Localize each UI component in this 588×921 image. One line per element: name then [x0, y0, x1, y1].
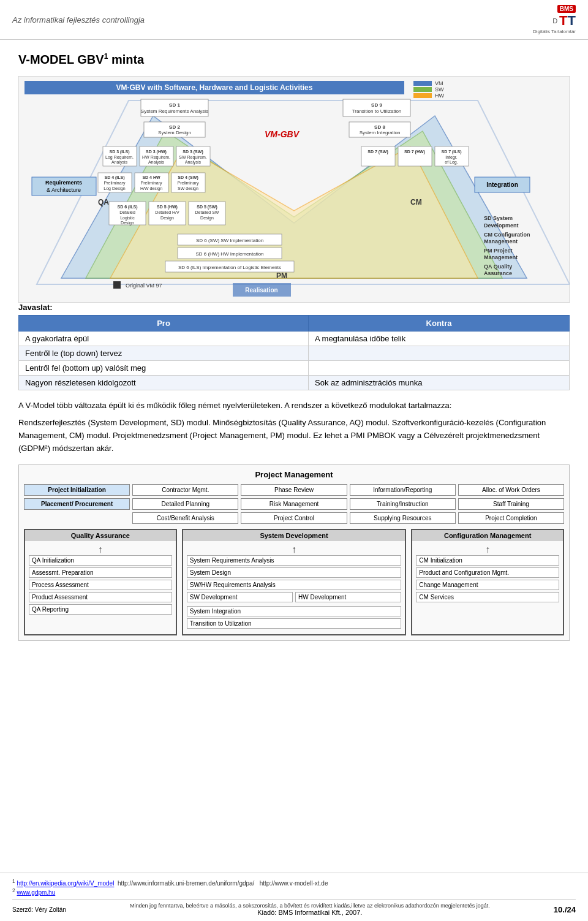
table-row: Lentről fel (bottom up) valósít meg — [19, 360, 570, 375]
pm-cell-init: Project Initialization — [24, 484, 130, 496]
sd-item-2: System Design — [187, 567, 402, 578]
pm-diagram: Project Management Project Initializatio… — [18, 464, 570, 641]
footnote-1-link[interactable]: http://en.wikipedia.org/wiki/V_model — [17, 881, 114, 887]
table-row: A gyakorlatra épül A megtanulása időbe t… — [19, 331, 570, 346]
pm-top-row: Project Initialization Contractor Mgmt. … — [24, 484, 564, 496]
pm-cell-contractor: Contractor Mgmt. — [132, 484, 238, 496]
svg-text:SD 4 (ILS): SD 4 (ILS) — [104, 175, 124, 180]
pm-cell-info: Information/Reporting — [350, 484, 456, 496]
qa-box: Quality Assurance ↑ QA Initialization As… — [24, 529, 177, 635]
svg-text:Detailed: Detailed — [119, 210, 135, 214]
sd-item-1: System Requirements Analysis — [187, 555, 402, 566]
svg-text:Management: Management — [484, 254, 518, 260]
cm-item-2: Product and Configuration Mgmt. — [416, 567, 559, 578]
vmgbv-diagram: VM-GBV with Software, Hardware and Logis… — [18, 76, 570, 303]
svg-text:of Log.: of Log. — [445, 160, 458, 165]
svg-text:Preliminary: Preliminary — [140, 181, 162, 186]
page-title: V-MODEL GBV1 minta — [18, 52, 570, 67]
footer-publisher: Kiadó: BMS Informatikai Kft., 2007. — [72, 909, 548, 916]
svg-text:H/W design: H/W design — [140, 186, 162, 191]
svg-text:Realisation: Realisation — [245, 287, 277, 294]
pm-mid-row: Placement/ Procurement Detailed Planning… — [24, 498, 564, 510]
sd-item-3: SW/HW Requirements Analysis — [187, 580, 402, 590]
logo-bms: BMS — [557, 5, 576, 13]
svg-text:System Design: System Design — [158, 130, 191, 135]
svg-text:SD 6 (ILS): SD 6 (ILS) — [117, 205, 137, 210]
body-text-2: Rendszerfejlesztés (System Development, … — [18, 417, 570, 455]
pm-cell-training: Training/Instruction — [350, 498, 456, 510]
pm-cell-cost: Cost/Benefit Analysis — [132, 512, 238, 524]
footer-center-note: Minden jog fenntartva, beleértve a másol… — [72, 903, 548, 909]
pm-diagram-title: Project Management — [24, 470, 564, 479]
svg-text:SD 6 (SW) SW Implementation: SD 6 (SW) SW Implementation — [196, 238, 263, 243]
svg-text:Analysis: Analysis — [185, 160, 202, 165]
footer-page: 10./24 — [554, 905, 576, 914]
kontra-header: Kontra — [308, 315, 569, 331]
svg-text:Preliminary: Preliminary — [104, 181, 126, 186]
svg-text:QA: QA — [98, 198, 109, 207]
svg-text:Detailed SW: Detailed SW — [195, 210, 219, 214]
qa-item-3: Process Assessment — [29, 580, 172, 590]
svg-text:SD 2: SD 2 — [169, 124, 180, 130]
cm-box: Configuration Management ↑ CM Initializa… — [411, 529, 564, 635]
pro-cell: Fentről le (top down) tervez — [19, 346, 309, 360]
svg-text:VM-GBV: VM-GBV — [265, 129, 300, 139]
logo-area: BMS D TT Digitális Tartalomtár — [533, 5, 576, 34]
svg-text:SD 6 (HW) HW Implementation: SD 6 (HW) HW Implementation — [195, 251, 263, 257]
svg-text:System Integration: System Integration — [360, 130, 401, 135]
svg-text:Log Requirem.: Log Requirem. — [105, 155, 134, 160]
pm-bot-row: Cost/Benefit Analysis Project Control Su… — [24, 512, 564, 524]
kontra-cell: A megtanulása időbe telik — [308, 331, 569, 346]
cm-item-3: Change Management — [416, 580, 559, 590]
sd-hw-dev: HW Development — [295, 592, 401, 602]
svg-text:Transition to Utilization: Transition to Utilization — [352, 108, 402, 114]
svg-text:SD 6 (ILS) Implementation of L: SD 6 (ILS) Implementation of Logistic El… — [178, 265, 281, 270]
svg-text:Requirements: Requirements — [45, 180, 82, 186]
svg-text:Management: Management — [484, 238, 518, 244]
svg-text:Analysis: Analysis — [148, 160, 165, 165]
pro-cell: Lentről fel (bottom up) valósít meg — [19, 360, 309, 375]
cm-item-1: CM Initialization — [416, 555, 559, 566]
svg-text:Integr.: Integr. — [445, 155, 458, 160]
svg-text:Development: Development — [484, 222, 519, 229]
javaslat-section: Javaslat: Pro Kontra A gyakorlatra épül … — [18, 303, 570, 390]
svg-rect-3 — [413, 81, 432, 86]
qa-item-2: Assessmt. Preparation — [29, 567, 172, 578]
footnote-2-link[interactable]: www.gdpm.hu — [17, 889, 55, 896]
qa-item-4: Product Assessment — [29, 592, 172, 602]
pm-label-placement: Placement/ Procurement — [24, 498, 130, 510]
svg-rect-7 — [413, 93, 432, 98]
logo-dtt: TT — [559, 13, 576, 29]
svg-rect-95 — [113, 281, 121, 289]
svg-text:SD 9: SD 9 — [371, 102, 382, 108]
svg-text:SD 4 (SW): SD 4 (SW) — [178, 175, 198, 180]
arrow-down-3: ↑ — [416, 544, 559, 555]
header-title: Az informatikai fejlesztés controllingja — [12, 15, 145, 25]
sd-title: System Development — [183, 530, 405, 541]
svg-text:SD 3 (SW): SD 3 (SW) — [183, 150, 203, 154]
footer-author: Szerző: Véry Zoltán — [12, 906, 66, 913]
sd-dev-row: SW Development HW Development — [187, 592, 402, 604]
pro-header: Pro — [19, 315, 309, 331]
pm-cell-detailed: Detailed Planning — [132, 498, 238, 510]
svg-text:SD 7 (SW): SD 7 (SW) — [368, 150, 388, 154]
pm-cell-project-control: Project Control — [241, 512, 347, 524]
svg-text:Assurance: Assurance — [484, 270, 512, 276]
svg-text:SD System: SD System — [484, 215, 513, 221]
svg-text:SD 5 (SW): SD 5 (SW) — [197, 205, 217, 210]
arrow-down-2: ↑ — [187, 544, 402, 555]
svg-text:Original VM 97: Original VM 97 — [126, 282, 162, 289]
svg-text:System Requirements Analysis: System Requirements Analysis — [141, 108, 208, 114]
logo-d: D — [552, 17, 557, 25]
svg-text:SD 4 HW: SD 4 HW — [142, 175, 160, 180]
qa-item-5: QA Reporting — [29, 604, 172, 615]
svg-text:Design: Design — [160, 216, 174, 221]
footer: 1 http://en.wikipedia.org/wiki/V_model h… — [0, 873, 588, 921]
pm-cell-supplying: Supplying Resources — [350, 512, 456, 524]
footnote-2: 2 www.gdpm.hu — [12, 887, 576, 896]
svg-text:VM: VM — [435, 80, 443, 86]
kontra-cell — [308, 360, 569, 375]
svg-text:VM-GBV with Software, Hardware: VM-GBV with Software, Hardware and Logis… — [116, 83, 313, 92]
cm-title: Configuration Management — [412, 530, 563, 541]
svg-text:Detailed H/V: Detailed H/V — [155, 210, 179, 214]
